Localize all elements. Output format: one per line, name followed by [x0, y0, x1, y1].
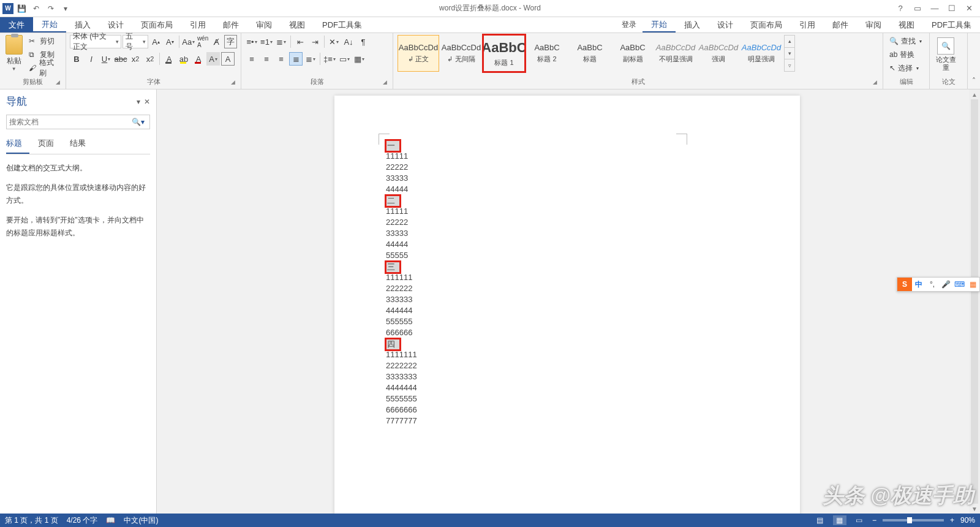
style-↲ 无间隔[interactable]: AaBbCcDd↲ 无间隔: [440, 35, 482, 72]
text-effects-button[interactable]: A: [162, 52, 176, 66]
doc-line[interactable]: 22222: [386, 217, 417, 228]
ime-voice-icon[interactable]: 🎤: [939, 278, 952, 291]
status-page[interactable]: 第 1 页，共 1 页: [5, 515, 58, 526]
style-标题 1[interactable]: AaBbC标题 1: [483, 35, 525, 72]
doc-line[interactable]: 222222: [386, 283, 417, 294]
tab-5[interactable]: 邮件: [214, 17, 247, 32]
underline-button[interactable]: U: [99, 52, 113, 66]
ime-lang-button[interactable]: 中: [912, 278, 925, 291]
style-↲ 正文[interactable]: AaBbCcDd↲ 正文: [398, 35, 439, 72]
doc-heading[interactable]: 四: [386, 339, 400, 350]
vertical-scrollbar[interactable]: ▲ ▼: [969, 89, 980, 514]
page[interactable]: 一11111222223333344444二111112222233333444…: [334, 96, 800, 514]
phonetic-guide-button[interactable]: wénA: [197, 35, 209, 48]
doc-line[interactable]: 33333: [386, 173, 417, 184]
styles-dialog-launcher-icon[interactable]: ◢: [873, 79, 880, 86]
doc-line[interactable]: 11111: [386, 206, 417, 217]
status-language[interactable]: 中文(中国): [124, 515, 158, 526]
redo-icon[interactable]: ↷: [44, 2, 58, 15]
font-name-combo[interactable]: 宋体 (中文正文: [70, 35, 121, 48]
show-paragraph-marks-button[interactable]: ¶: [356, 35, 370, 48]
bullets-button[interactable]: ≡•: [245, 35, 258, 48]
align-center-button[interactable]: ≡: [260, 52, 273, 66]
maximize-icon[interactable]: ☐: [944, 2, 959, 15]
increase-indent-button[interactable]: ⇥: [308, 35, 322, 48]
change-case-button[interactable]: Aa: [182, 35, 195, 48]
borders-button[interactable]: ▦: [352, 52, 366, 66]
numbering-button[interactable]: ≡1: [260, 35, 273, 48]
tab-8[interactable]: PDF工具集: [314, 17, 371, 32]
font-color-button[interactable]: A: [192, 52, 205, 66]
sign-in-link[interactable]: 登录: [616, 17, 643, 32]
ime-grid-icon[interactable]: ▦: [966, 278, 979, 291]
tab-1[interactable]: 插入: [66, 17, 99, 32]
tab-页面布局[interactable]: 页面布局: [742, 17, 791, 32]
doc-line[interactable]: 666666: [386, 327, 417, 338]
ribbon-display-options-icon[interactable]: ▭: [910, 2, 925, 15]
undo-icon[interactable]: ↶: [29, 2, 43, 15]
tab-引用[interactable]: 引用: [791, 17, 824, 32]
tab-视图[interactable]: 视图: [890, 17, 923, 32]
nav-dropdown-icon[interactable]: ▾: [137, 97, 140, 106]
replace-button[interactable]: ab替换: [887, 48, 925, 61]
scroll-up-icon[interactable]: ▲: [969, 89, 980, 99]
multilevel-list-button[interactable]: ≣: [274, 35, 288, 48]
zoom-level[interactable]: 90%: [960, 516, 975, 525]
bold-button[interactable]: B: [70, 52, 83, 66]
tab-设计[interactable]: 设计: [709, 17, 742, 32]
superscript-button[interactable]: x2: [143, 52, 157, 66]
nav-search[interactable]: 🔍▾: [6, 115, 150, 129]
doc-line[interactable]: 7777777: [386, 415, 417, 427]
doc-line[interactable]: 2222222: [386, 360, 417, 371]
scroll-track[interactable]: [971, 99, 978, 504]
document-area[interactable]: 一11111222223333344444二111112222233333444…: [157, 89, 980, 514]
tab-PDF工具集[interactable]: PDF工具集: [923, 17, 980, 32]
clipboard-dialog-launcher-icon[interactable]: ◢: [56, 79, 63, 86]
tab-0[interactable]: 开始: [33, 17, 66, 32]
doc-line[interactable]: 111111: [386, 272, 417, 283]
doc-line[interactable]: 3333333: [386, 371, 417, 382]
doc-line[interactable]: 44444: [386, 239, 417, 250]
align-left-button[interactable]: ≡: [245, 52, 258, 66]
highlight-button[interactable]: ab: [177, 52, 190, 66]
clear-formatting-button[interactable]: A̸: [210, 35, 223, 48]
tab-开始[interactable]: 开始: [643, 17, 676, 32]
style-明显强调[interactable]: AaBbCcDd明显强调: [741, 35, 782, 72]
doc-line[interactable]: 22222: [386, 162, 417, 173]
zoom-out-button[interactable]: −: [872, 516, 876, 525]
doc-heading[interactable]: 二: [386, 195, 400, 207]
qat-customize-icon[interactable]: ▾: [59, 2, 72, 15]
zoom-in-button[interactable]: +: [950, 516, 954, 525]
shading-button[interactable]: ▭: [337, 52, 351, 66]
align-right-button[interactable]: ≡: [274, 52, 288, 66]
document-content[interactable]: 一11111222223333344444二111112222233333444…: [386, 140, 417, 427]
styles-scroll[interactable]: ▴▾▿: [784, 35, 795, 72]
tab-3[interactable]: 页面布局: [132, 17, 181, 32]
cut-button[interactable]: ✂剪切: [26, 35, 62, 47]
doc-line[interactable]: 5555555: [386, 393, 417, 404]
select-button[interactable]: ↖选择▾: [887, 62, 925, 74]
doc-line[interactable]: 55555: [386, 250, 417, 261]
scroll-down-icon[interactable]: ▼: [969, 504, 980, 514]
ime-punct-icon[interactable]: °,: [925, 278, 939, 291]
nav-tab-标题[interactable]: 标题: [6, 135, 29, 154]
doc-line[interactable]: 44444: [386, 184, 417, 195]
doc-line[interactable]: 11111: [386, 151, 417, 162]
nav-tab-结果[interactable]: 结果: [70, 135, 93, 154]
doc-heading[interactable]: 一: [386, 140, 400, 151]
distributed-button[interactable]: ≣: [304, 52, 317, 66]
style-标题[interactable]: AaBbC标题: [569, 35, 611, 72]
tab-审阅[interactable]: 审阅: [857, 17, 890, 32]
ime-keyboard-icon[interactable]: ⌨: [952, 278, 966, 291]
doc-line[interactable]: 33333: [386, 228, 417, 239]
font-size-combo[interactable]: 五号: [123, 35, 149, 48]
justify-button[interactable]: ≣: [289, 52, 303, 66]
strikethrough-button[interactable]: abc: [114, 52, 127, 66]
tab-2[interactable]: 设计: [99, 17, 132, 32]
styles-gallery[interactable]: AaBbCcDd↲ 正文AaBbCcDd↲ 无间隔AaBbC标题 1AaBbC标…: [397, 35, 879, 79]
italic-button[interactable]: I: [85, 52, 98, 66]
sogou-logo-icon[interactable]: S: [897, 278, 912, 291]
style-强调[interactable]: AaBbCcDd强调: [698, 35, 739, 72]
line-spacing-button[interactable]: ‡≡: [323, 52, 336, 66]
search-input[interactable]: [9, 118, 129, 126]
